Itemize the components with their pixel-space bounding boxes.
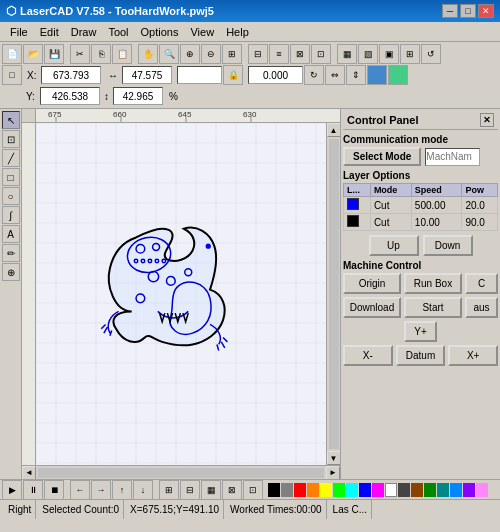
select-tool[interactable]: ↖ [2,111,20,129]
zoom-in-btn[interactable]: ⊕ [180,44,200,64]
bt-10[interactable]: ▦ [201,480,221,500]
x-minus-button[interactable]: X- [343,345,393,366]
color-lightblue[interactable] [450,483,462,497]
drawing-canvas[interactable] [36,123,326,465]
zoom-fit-btn[interactable]: ⊞ [222,44,242,64]
c-button[interactable]: C [465,273,498,294]
rect-tool[interactable]: □ [2,168,20,186]
color-gray[interactable] [281,483,293,497]
copy-button[interactable]: ⎘ [91,44,111,64]
tb2-mirror-h[interactable]: ⇔ [325,65,345,85]
start-button[interactable]: Start [404,297,462,318]
pen-tool[interactable]: ✏ [2,244,20,262]
zoom-tool[interactable]: ⊕ [2,263,20,281]
minimize-button[interactable]: ─ [442,4,458,18]
datum-button[interactable]: Datum [396,345,446,366]
scroll-up-btn[interactable]: ▲ [327,123,341,137]
tb2-rotate[interactable]: ↻ [304,65,324,85]
bt-7[interactable]: ↓ [133,480,153,500]
open-button[interactable]: 📂 [23,44,43,64]
color-teal[interactable] [437,483,449,497]
download-button[interactable]: Download [343,297,401,318]
color-purple[interactable] [463,483,475,497]
color-green[interactable] [333,483,345,497]
menu-options[interactable]: Options [135,24,185,40]
color-black[interactable] [268,483,280,497]
color-cyan[interactable] [346,483,358,497]
tb-extra2[interactable]: ≡ [269,44,289,64]
cut-button[interactable]: ✂ [70,44,90,64]
tb-extra1[interactable]: ⊟ [248,44,268,64]
pct-input[interactable] [177,66,222,84]
zoom-out-btn[interactable]: ⊖ [201,44,221,64]
menu-file[interactable]: File [4,24,34,40]
machname-input[interactable] [425,148,480,166]
y-coord-input[interactable] [40,87,100,105]
up-button[interactable]: Up [369,235,419,256]
runbox-button[interactable]: Run Box [404,273,462,294]
menu-help[interactable]: Help [220,24,255,40]
angle-input[interactable] [248,66,303,84]
color-orange[interactable] [307,483,319,497]
tb2-color[interactable] [367,65,387,85]
tb2-color2[interactable] [388,65,408,85]
tb-layer2[interactable]: ▧ [358,44,378,64]
maximize-button[interactable]: □ [460,4,476,18]
bt-6[interactable]: ↑ [112,480,132,500]
x-plus-button[interactable]: X+ [448,345,498,366]
tb2-mirror-v[interactable]: ⇕ [346,65,366,85]
node-tool[interactable]: ⊡ [2,130,20,148]
bt-12[interactable]: ⊡ [243,480,263,500]
color-darkgreen[interactable] [424,483,436,497]
select-mode-button[interactable]: Select Mode [343,147,421,166]
menu-draw[interactable]: Draw [65,24,103,40]
tb2-lock[interactable]: 🔒 [223,65,243,85]
tb-extra4[interactable]: ⊡ [311,44,331,64]
line-tool[interactable]: ╱ [2,149,20,167]
color-darkgray[interactable] [398,483,410,497]
tb-extra3[interactable]: ⊠ [290,44,310,64]
scroll-down-btn[interactable]: ▼ [327,451,341,465]
height-input[interactable] [113,87,163,105]
menu-edit[interactable]: Edit [34,24,65,40]
menu-view[interactable]: View [184,24,220,40]
tb-layer5[interactable]: ↺ [421,44,441,64]
color-brown[interactable] [411,483,423,497]
color-magenta[interactable] [372,483,384,497]
color-red[interactable] [294,483,306,497]
bt-2[interactable]: ⏸ [23,480,43,500]
paste-button[interactable]: 📋 [112,44,132,64]
hand-tool[interactable]: ✋ [138,44,158,64]
color-blue[interactable] [359,483,371,497]
bt-5[interactable]: → [91,480,111,500]
bt-8[interactable]: ⊞ [159,480,179,500]
text-tool[interactable]: A [2,225,20,243]
color-yellow[interactable] [320,483,332,497]
scroll-right-btn[interactable]: ► [326,466,340,480]
bt-9[interactable]: ⊟ [180,480,200,500]
down-button[interactable]: Down [423,235,473,256]
origin-button[interactable]: Origin [343,273,401,294]
color-white[interactable] [385,483,397,497]
new-button[interactable]: 📄 [2,44,22,64]
bt-3[interactable]: ⏹ [44,480,64,500]
aus-button[interactable]: aus [465,297,498,318]
tb-layer4[interactable]: ⊞ [400,44,420,64]
tb-layer3[interactable]: ▣ [379,44,399,64]
tb2-1[interactable]: □ [2,65,22,85]
close-button[interactable]: ✕ [478,4,494,18]
circle-tool[interactable]: ○ [2,187,20,205]
bt-4[interactable]: ← [70,480,90,500]
width-input[interactable] [122,66,172,84]
bt-11[interactable]: ⊠ [222,480,242,500]
bt-1[interactable]: ▶ [2,480,22,500]
panel-close-button[interactable]: ✕ [480,113,494,127]
x-coord-input[interactable] [41,66,101,84]
layer-row-2[interactable]: Cut 10.00 90.0 [344,214,498,231]
color-pink[interactable] [476,483,488,497]
curve-tool[interactable]: ∫ [2,206,20,224]
menu-tool[interactable]: Tool [102,24,134,40]
zoom-btn[interactable]: 🔍 [159,44,179,64]
save-button[interactable]: 💾 [44,44,64,64]
tb-layer1[interactable]: ▦ [337,44,357,64]
